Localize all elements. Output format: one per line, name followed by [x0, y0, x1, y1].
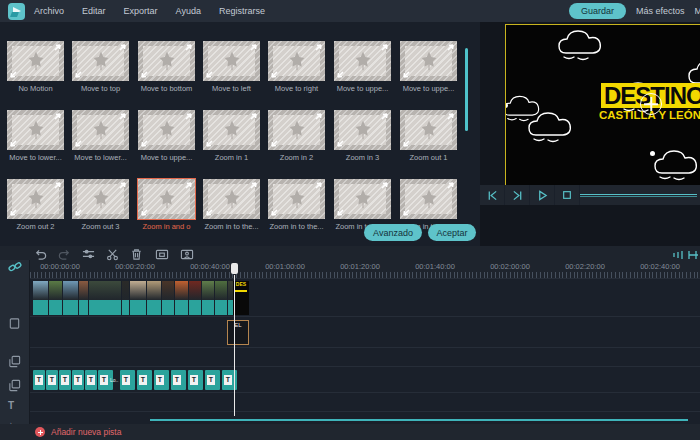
preset-move-to-left[interactable]: Move to left	[203, 41, 260, 93]
video-clip[interactable]	[63, 281, 78, 315]
add-track-row[interactable]: Añadir nueva pista	[0, 424, 700, 440]
video-clip[interactable]	[175, 281, 188, 315]
text-clip[interactable]: T	[85, 370, 97, 390]
stop-button[interactable]	[555, 185, 580, 205]
text-clip[interactable]: T	[120, 370, 135, 390]
text-clip[interactable]: T	[46, 370, 58, 390]
title-clip[interactable]: DES	[233, 281, 249, 315]
link-icon[interactable]	[8, 260, 22, 278]
preview-video[interactable]: DESTINO CASTILLA Y LEÓN	[505, 24, 700, 185]
menu-item-editar[interactable]: Editar	[82, 6, 106, 16]
audio-waveform-line[interactable]	[150, 419, 688, 421]
preset-move-to-lower[interactable]: Move to lower...	[72, 110, 129, 162]
redo-icon[interactable]	[58, 247, 71, 260]
preset-zoom-out-2[interactable]: Zoom out 2	[7, 179, 64, 231]
video-clip[interactable]	[162, 281, 174, 315]
preset-thumbnail	[334, 110, 391, 150]
preset-move-to-lower[interactable]: Move to lower...	[7, 110, 64, 162]
video-track-icon[interactable]	[8, 316, 21, 334]
video-clip[interactable]	[147, 281, 161, 315]
save-button[interactable]: Guardar	[569, 3, 626, 19]
preset-thumbnail	[72, 179, 129, 219]
video-clip[interactable]	[130, 281, 146, 315]
timeline-ruler[interactable]: 00:00:00:0000:00:20:0000:00:40:0000:01:0…	[30, 260, 700, 278]
video-clip[interactable]	[33, 281, 48, 315]
preset-zoom-in-2[interactable]: Zoom in 2	[268, 110, 325, 162]
previous-frame-button[interactable]	[480, 185, 505, 205]
play-button[interactable]	[530, 185, 555, 205]
preset-zoom-in-3[interactable]: Zoom in 3	[334, 110, 391, 162]
text-clip[interactable]: T	[205, 370, 220, 390]
preset-move-to-top[interactable]: Move to top	[72, 41, 129, 93]
text-clip[interactable]: T	[72, 370, 84, 390]
menu-item-ayuda[interactable]: Ayuda	[176, 6, 201, 16]
timeline: 00:00:00:0000:00:20:0000:00:40:0000:01:0…	[0, 246, 700, 440]
preview-pane: DESTINO CASTILLA Y LEÓN	[480, 22, 700, 246]
more-effects-menu[interactable]: Más efectos	[636, 6, 685, 16]
video-clip[interactable]	[215, 281, 227, 315]
crosshair-handle[interactable]	[640, 93, 662, 115]
preset-move-to-uppe[interactable]: Move to uppe...	[138, 110, 195, 162]
playhead-line[interactable]	[234, 275, 235, 416]
video-clip[interactable]	[79, 281, 88, 315]
preset-label: Zoom out 2	[7, 222, 64, 231]
pip-track-icon[interactable]	[8, 354, 21, 372]
accept-button[interactable]: Aceptar	[428, 224, 476, 241]
preset-label: Move to lower...	[7, 153, 64, 162]
pip2-track-icon[interactable]	[8, 378, 21, 396]
seek-bar[interactable]	[580, 194, 697, 197]
playhead-handle[interactable]	[231, 263, 238, 274]
preset-move-to-right[interactable]: Move to right	[268, 41, 325, 93]
preset-zoom-in-and-o[interactable]: Zoom in and o	[138, 179, 195, 231]
timeline-zoom-controls[interactable]	[672, 247, 700, 260]
video-clip[interactable]	[202, 281, 214, 315]
add-track-icon[interactable]	[35, 427, 45, 437]
preset-zoom-in-to-the[interactable]: Zoom in to the...	[203, 179, 260, 231]
adjust-icon[interactable]	[82, 247, 95, 260]
text-track-icon[interactable]: T	[8, 400, 14, 411]
preset-move-to-uppe[interactable]: Move to uppe...	[400, 41, 457, 93]
preset-thumbnail	[400, 41, 457, 81]
preset-zoom-out-1[interactable]: Zoom out 1	[400, 110, 457, 162]
preset-label: Zoom out 1	[400, 153, 457, 162]
video-clip[interactable]	[189, 281, 201, 315]
menu-item-registrarse[interactable]: Registrarse	[219, 6, 265, 16]
preset-thumbnail	[203, 41, 260, 81]
preset-move-to-bottom[interactable]: Move to bottom	[138, 41, 195, 93]
text-clip[interactable]: T	[171, 370, 186, 390]
text-clip[interactable]: TLo..	[98, 370, 113, 390]
selection-handle[interactable]	[650, 151, 655, 156]
video-clip[interactable]	[89, 281, 121, 315]
preset-label: Move to bottom	[138, 84, 195, 93]
tracks-area[interactable]: DES EL TTTTTTLo..TTTTTTT	[30, 278, 700, 424]
text-clip[interactable]: T	[137, 370, 152, 390]
ruler-timestamp: 00:02:20:00	[550, 262, 620, 271]
next-frame-button[interactable]	[505, 185, 530, 205]
detach-screen-icon[interactable]	[155, 247, 168, 260]
advanced-button[interactable]: Avanzado	[364, 224, 422, 241]
preset-label: Zoom out 3	[72, 222, 129, 231]
panel-scrollbar[interactable]	[465, 48, 468, 131]
truncated-menu-item[interactable]: M	[695, 6, 700, 16]
undo-icon[interactable]	[34, 247, 47, 260]
menu-item-exportar[interactable]: Exportar	[124, 6, 158, 16]
preset-thumbnail	[7, 41, 64, 81]
text-clip[interactable]: T	[59, 370, 71, 390]
preset-zoom-in-1[interactable]: Zoom in 1	[203, 110, 260, 162]
preset-thumbnail	[203, 179, 260, 219]
split-scissors-icon[interactable]	[106, 247, 119, 260]
preset-no-motion[interactable]: No Motion	[7, 41, 64, 93]
preset-zoom-in-to-the[interactable]: Zoom in to the...	[268, 179, 325, 231]
video-clip[interactable]	[49, 281, 62, 315]
preset-move-to-uppe[interactable]: Move to uppe...	[334, 41, 391, 93]
menu-item-archivo[interactable]: Archivo	[34, 6, 64, 16]
preset-thumbnail	[7, 110, 64, 150]
text-clip[interactable]: T	[154, 370, 169, 390]
selected-text-clip[interactable]: EL	[227, 320, 249, 345]
text-clip[interactable]: T	[33, 370, 45, 390]
preset-zoom-out-3[interactable]: Zoom out 3	[72, 179, 129, 231]
presenter-screen-icon[interactable]	[180, 247, 193, 260]
video-clip[interactable]	[122, 281, 129, 315]
text-clip[interactable]: T	[188, 370, 203, 390]
delete-trash-icon[interactable]	[130, 247, 143, 260]
